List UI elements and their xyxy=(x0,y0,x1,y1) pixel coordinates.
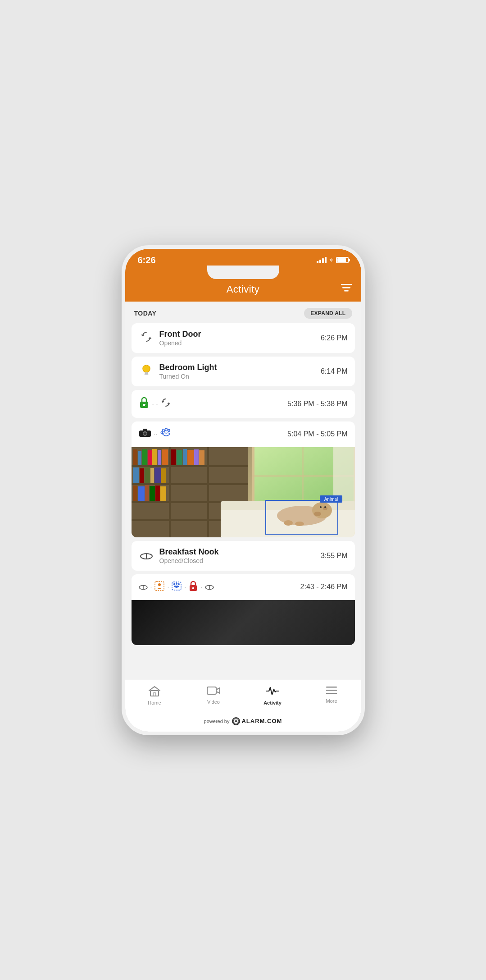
item-status-bedroom-light: Turned On xyxy=(159,373,217,380)
activity-item-front-door[interactable]: Front Door Opened 6:26 PM xyxy=(132,323,355,353)
svg-point-76 xyxy=(314,512,321,516)
svg-point-105 xyxy=(233,718,239,724)
svg-point-80 xyxy=(284,520,293,526)
nav-label-home: Home xyxy=(148,700,161,705)
svg-rect-43 xyxy=(160,486,166,501)
pill-small-icon xyxy=(139,582,148,592)
pill-small-icon2 xyxy=(205,582,214,592)
svg-rect-9 xyxy=(143,404,145,406)
svg-rect-103 xyxy=(326,690,337,691)
notch xyxy=(125,266,361,279)
wifi-icon: ⌖ xyxy=(329,256,333,264)
alarm-logo-icon xyxy=(232,717,240,725)
svg-rect-104 xyxy=(326,693,337,694)
expand-all-button[interactable]: EXPAND ALL xyxy=(304,308,352,319)
bottom-nav: Home Video Activity xyxy=(125,680,361,714)
svg-rect-27 xyxy=(142,449,147,465)
nav-item-home[interactable]: Home xyxy=(125,684,184,707)
svg-rect-36 xyxy=(154,467,161,483)
svg-rect-5 xyxy=(145,374,148,375)
signal-icon xyxy=(317,257,327,263)
dark-snapshot xyxy=(132,600,355,645)
alarm-logo: ALARM.COM xyxy=(232,717,282,725)
activity-item-breakfast-nook[interactable]: Breakfast Nook Opened/Closed 3:55 PM xyxy=(132,541,355,571)
svg-rect-2 xyxy=(344,290,349,292)
svg-point-75 xyxy=(312,502,332,518)
red-lock-icon xyxy=(189,581,198,594)
paw-blue-icon xyxy=(172,582,182,593)
svg-rect-31 xyxy=(162,449,168,465)
sync-icon xyxy=(139,330,154,346)
svg-rect-42 xyxy=(155,485,160,501)
brand-name: ALARM.COM xyxy=(241,718,282,724)
phone-inner: 6:26 ⌖ Activity xyxy=(125,249,361,732)
green-lock-icon xyxy=(139,396,150,412)
sync-small-icon xyxy=(161,398,171,410)
activity-item-camera-animal[interactable]: ·· 5:04 PM - 5:05 PM xyxy=(132,421,355,537)
section-label: TODAY xyxy=(134,310,157,317)
paw-icon xyxy=(160,428,172,441)
svg-point-78 xyxy=(320,506,322,508)
svg-rect-96 xyxy=(192,587,194,589)
camera-paw-icons: ·· xyxy=(139,428,172,441)
nav-label-more: More xyxy=(326,698,337,704)
app-header: Activity xyxy=(125,279,361,302)
svg-rect-29 xyxy=(152,449,157,465)
svg-point-14 xyxy=(163,429,165,432)
svg-rect-0 xyxy=(341,284,352,285)
svg-rect-99 xyxy=(150,691,159,696)
powered-by-footer: powered by ALARM.COM xyxy=(125,714,361,732)
nav-item-video[interactable]: Video xyxy=(184,684,243,707)
multi-event-icons: · · xyxy=(139,581,214,594)
svg-rect-35 xyxy=(150,468,154,483)
item-time-camera: 5:04 PM - 5:05 PM xyxy=(287,430,347,438)
nav-item-activity[interactable]: Activity xyxy=(243,684,302,707)
svg-text:Animal: Animal xyxy=(324,497,338,502)
camera-icon xyxy=(139,428,151,440)
activity-item-bedroom-light[interactable]: Bedroom Light Turned On 6:14 PM xyxy=(132,357,355,386)
item-time-multi-event: 2:43 - 2:46 PM xyxy=(300,583,348,591)
section-header: TODAY EXPAND ALL xyxy=(125,302,361,323)
svg-rect-26 xyxy=(138,451,141,465)
svg-rect-25 xyxy=(133,449,137,465)
svg-rect-24 xyxy=(207,447,209,537)
svg-point-90 xyxy=(158,583,161,586)
svg-rect-1 xyxy=(342,287,350,289)
svg-rect-23 xyxy=(169,447,171,537)
pill-icon xyxy=(139,549,154,563)
svg-rect-39 xyxy=(138,486,145,501)
activity-item-lock-sync[interactable]: - - 5:36 PM - 5:38 PM xyxy=(132,390,355,418)
svg-rect-48 xyxy=(194,449,199,465)
nav-item-more[interactable]: More xyxy=(302,684,361,707)
svg-rect-102 xyxy=(326,687,337,688)
menu-icon xyxy=(326,686,337,696)
svg-rect-19 xyxy=(132,465,248,467)
svg-point-16 xyxy=(168,429,170,431)
svg-rect-34 xyxy=(145,467,150,483)
svg-rect-20 xyxy=(132,483,248,485)
svg-rect-101 xyxy=(207,687,216,694)
activity-icon xyxy=(266,686,279,698)
svg-rect-38 xyxy=(133,485,137,501)
svg-rect-37 xyxy=(161,468,166,483)
video-icon xyxy=(207,686,220,697)
svg-point-17 xyxy=(161,431,163,433)
bulb-icon xyxy=(139,363,154,380)
svg-rect-46 xyxy=(183,449,187,465)
item-status-front-door: Opened xyxy=(159,339,201,347)
svg-rect-28 xyxy=(148,450,152,465)
phone-frame: 6:26 ⌖ Activity xyxy=(122,245,365,735)
svg-point-12 xyxy=(144,433,146,435)
item-name-bedroom-light: Bedroom Light xyxy=(159,363,217,372)
svg-point-79 xyxy=(324,506,326,508)
svg-point-15 xyxy=(165,428,168,431)
item-time-bedroom-light: 6:14 PM xyxy=(321,367,348,376)
filter-icon[interactable] xyxy=(341,283,352,295)
svg-rect-41 xyxy=(150,486,155,501)
svg-rect-100 xyxy=(153,693,156,696)
svg-rect-45 xyxy=(177,450,182,465)
item-time-lock-sync: 5:36 PM - 5:38 PM xyxy=(287,400,347,408)
page-title: Activity xyxy=(227,284,260,295)
item-status-breakfast-nook: Opened/Closed xyxy=(159,557,219,564)
activity-item-multi-event[interactable]: · · xyxy=(132,574,355,645)
